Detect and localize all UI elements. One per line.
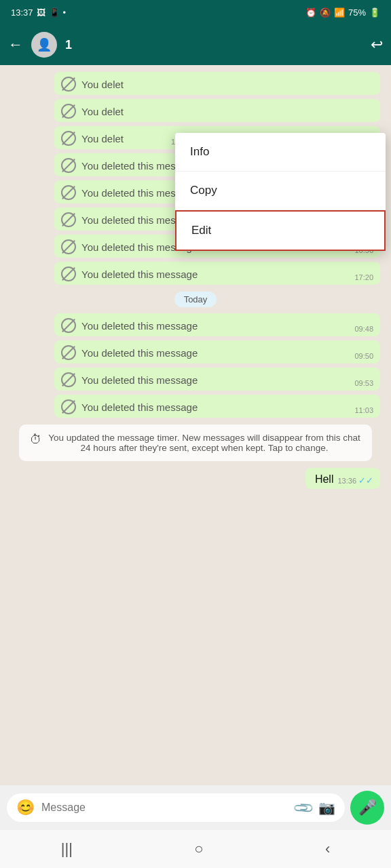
notification-dot: • [63,7,67,18]
nav-bar: ||| ○ ‹ [0,830,391,868]
chat-header: ← 👤 1 ↩ [0,24,391,65]
battery-level: 75% [348,7,366,18]
whatsapp-icon: 📱 [49,7,60,18]
status-time: 13:37 [11,7,33,18]
camera-icon[interactable]: 📷 [318,800,335,816]
context-menu-overlay[interactable]: Info Copy Edit [0,65,391,675]
battery-icon: 🔋 [369,7,380,18]
status-bar: 13:37 🖼 📱 • ⏰ 🔕 📶 75% 🔋 [0,0,391,24]
mic-button[interactable]: 🎤 [350,791,384,825]
status-right: ⏰ 🔕 📶 75% 🔋 [305,7,380,18]
ctx-menu-copy[interactable]: Copy [175,172,386,210]
emoji-icon[interactable]: 😊 [16,799,35,816]
nav-back-icon[interactable]: ‹ [325,840,330,858]
nav-recents-icon[interactable]: ||| [61,840,73,858]
input-bar: 😊 📎 📷 🎤 [0,785,391,830]
nav-home-icon[interactable]: ○ [194,840,203,858]
message-input-wrap: 😊 📎 📷 [7,793,345,822]
mic-icon: 🎤 [358,799,377,816]
mute-icon: 🔕 [320,7,331,18]
context-menu: Info Copy Edit [175,133,386,251]
signal-icon: 📶 [334,7,345,18]
attach-icon[interactable]: 📎 [291,796,315,820]
avatar[interactable]: 👤 [31,32,57,58]
reply-icon[interactable]: ↩ [371,36,383,54]
ctx-menu-edit[interactable]: Edit [175,210,386,251]
status-left: 13:37 🖼 📱 • [11,7,66,18]
back-button[interactable]: ← [8,36,23,54]
chat-area: You delet You delet You delet 15:46 You … [0,65,391,675]
photo-icon: 🖼 [37,7,45,18]
message-input[interactable] [41,802,288,814]
chat-title[interactable]: 1 [65,38,362,52]
ctx-menu-info[interactable]: Info [175,133,386,172]
alarm-icon: ⏰ [305,7,316,18]
